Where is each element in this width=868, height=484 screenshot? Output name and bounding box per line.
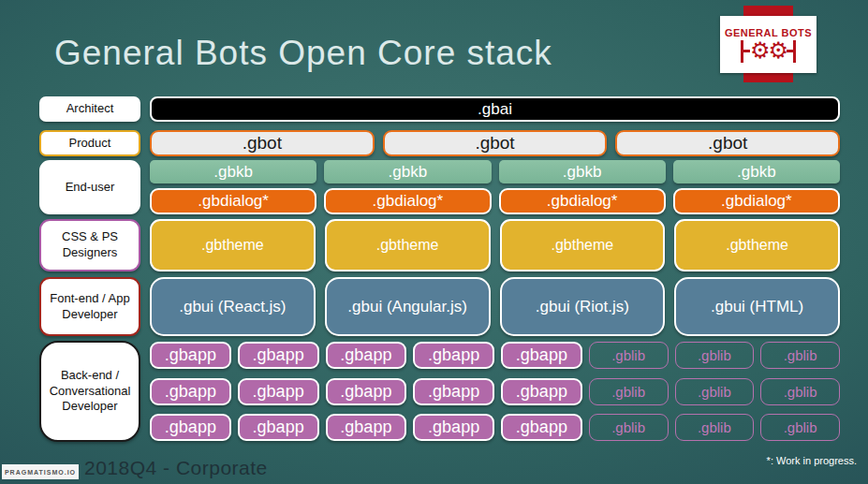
box-gblib: .gblib: [675, 378, 755, 405]
box-gbapp: .gbapp: [501, 414, 582, 441]
box-gblib: .gblib: [760, 342, 840, 369]
box-gbdialog: .gbdialog*: [673, 188, 840, 214]
work-in-progress-footnote: *: Work in progress.: [767, 455, 857, 466]
box-gbtheme: .gbtheme: [674, 219, 840, 271]
label-backend-conversational-developer: Back-end / Conversational Developer: [39, 341, 140, 442]
box-gbapp: .gbapp: [326, 414, 407, 441]
box-gbui-html: .gbui (HTML): [674, 277, 840, 336]
box-gbapp: .gbapp: [238, 342, 319, 369]
box-gblib: .gblib: [675, 414, 755, 441]
box-gbkb: .gbkb: [150, 160, 316, 183]
box-gbot: .gbot: [150, 130, 375, 156]
box-gblib: .gblib: [589, 342, 669, 369]
logo-text: GENERAL BOTS: [725, 27, 812, 38]
box-gbtheme: .gbtheme: [500, 219, 666, 271]
box-gbui-react: .gbui (React.js): [150, 277, 316, 336]
box-gblib: .gblib: [675, 342, 755, 369]
row-gbdialog: .gbdialog* .gbdialog* .gbdialog* .gbdial…: [150, 188, 840, 214]
box-gbot: .gbot: [383, 130, 608, 156]
box-gbapp: .gbapp: [501, 342, 582, 369]
box-gbdialog: .gbdialog*: [499, 188, 666, 214]
row-gbapp-2: .gbapp .gbapp .gbapp .gbapp .gbapp .gbli…: [150, 378, 840, 405]
page-title: General Bots Open Core stack: [54, 34, 552, 73]
box-gbdialog: .gbdialog*: [324, 188, 491, 214]
box-gbtheme: .gbtheme: [150, 219, 316, 271]
row-gbapp-3: .gbapp .gbapp .gbapp .gbapp .gbapp .gbli…: [150, 414, 840, 441]
row-gbkb: .gbkb .gbkb .gbkb .gbkb: [150, 160, 840, 183]
box-gbapp: .gbapp: [413, 414, 494, 441]
row-gbtheme: .gbtheme .gbtheme .gbtheme .gbtheme: [150, 219, 840, 271]
box-gbapp: .gbapp: [238, 378, 319, 405]
box-gbkb: .gbkb: [499, 160, 666, 183]
row-gbui: .gbui (React.js) .gbui (Angular.js) .gbu…: [150, 277, 840, 336]
label-architect: Architect: [39, 96, 140, 122]
box-gbapp: .gbapp: [326, 378, 407, 405]
box-gbapp: .gbapp: [326, 342, 407, 369]
label-frontend-app-developer: Font-end / App Developer: [39, 277, 140, 336]
label-end-user: End-user: [39, 160, 140, 214]
box-gbapp: .gbapp: [413, 378, 494, 405]
footer-quarter-label: 2018Q4 - Corporate: [84, 457, 268, 479]
box-gbapp: .gbapp: [150, 414, 231, 441]
box-gbapp: .gbapp: [150, 342, 231, 369]
box-gbui-angular: .gbui (Angular.js): [325, 277, 491, 336]
box-gbapp: .gbapp: [413, 342, 494, 369]
row-gbai: .gbai: [150, 96, 840, 122]
label-product: Product: [39, 130, 140, 156]
row-gbot: .gbot .gbot .gbot: [150, 130, 840, 156]
box-gbapp: .gbapp: [501, 378, 582, 405]
row-gbapp-1: .gbapp .gbapp .gbapp .gbapp .gbapp .gbli…: [150, 342, 840, 369]
box-gbai: .gbai: [150, 96, 840, 122]
box-gbkb: .gbkb: [673, 160, 840, 183]
box-gblib: .gblib: [760, 378, 840, 405]
box-gblib: .gblib: [589, 378, 669, 405]
box-gbtheme: .gbtheme: [325, 219, 491, 271]
box-gbui-riot: .gbui (Riot.js): [500, 277, 666, 336]
box-gbapp: .gbapp: [238, 414, 319, 441]
general-bots-logo: GENERAL BOTS ⚙⚙: [720, 16, 817, 73]
box-gbapp: .gbapp: [150, 378, 231, 405]
pragmatismo-brand-badge: PRAGMATISMO.IO: [2, 464, 79, 479]
box-gblib: .gblib: [589, 414, 669, 441]
slide: { "slide": { "title": "General Bots Open…: [0, 0, 868, 484]
label-css-ps-designers: CSS & PS Designers: [39, 219, 140, 271]
box-gblib: .gblib: [760, 414, 840, 441]
box-gbkb: .gbkb: [324, 160, 491, 183]
gears-icon: ⚙⚙: [741, 40, 796, 63]
box-gbot: .gbot: [615, 130, 840, 156]
box-gbdialog: .gbdialog*: [150, 188, 316, 214]
